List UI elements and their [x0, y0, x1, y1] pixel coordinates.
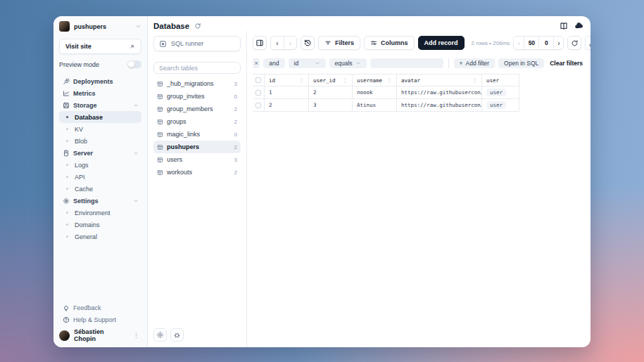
table-item-users[interactable]: users 3	[153, 153, 241, 166]
table-item-groups[interactable]: groups 2	[153, 115, 241, 128]
user-name: Sébastien Chopin	[74, 328, 127, 342]
remove-filter-button[interactable]: ×	[253, 58, 260, 68]
cell-user[interactable]: user	[482, 99, 519, 112]
filter-icon	[324, 39, 332, 46]
sidebar-item-logs[interactable]: Logs	[59, 159, 141, 171]
user-badge: user	[486, 101, 506, 109]
query-history-button[interactable]	[301, 36, 315, 50]
preview-mode-toggle[interactable]	[127, 60, 141, 68]
sql-runner-button[interactable]: SQL runner	[153, 36, 241, 51]
table-icon	[157, 119, 163, 125]
column-label: id	[269, 77, 275, 84]
cell-user-id[interactable]: 3	[309, 99, 353, 112]
filter-operator-value: equals	[335, 60, 353, 67]
sort-icon[interactable]	[387, 77, 392, 84]
visit-site-button[interactable]: Visit site	[59, 39, 141, 54]
table-item-group-invites[interactable]: group_invites 0	[153, 90, 241, 103]
table-item-group-members[interactable]: group_members 2	[153, 103, 241, 115]
cell-username[interactable]: noook	[353, 86, 397, 99]
sidebar-item-kv[interactable]: KV	[59, 123, 141, 135]
sidebar-item-help-support[interactable]: Help & Support	[59, 313, 141, 325]
cell-avatar[interactable]: https://raw.githubusercon…	[397, 99, 482, 112]
team-switcher[interactable]: pushupers	[59, 20, 141, 32]
add-record-button[interactable]: Add record	[418, 36, 465, 50]
cell-id[interactable]: 1	[265, 86, 309, 99]
sidebar-item-settings[interactable]: Settings	[59, 195, 141, 207]
sidebar-item-metrics[interactable]: Metrics	[59, 87, 141, 99]
page-offset-value[interactable]: 0	[538, 37, 553, 49]
download-icon	[588, 39, 591, 47]
tables-list: _hub_migrations 3 group_invites 0 group_…	[153, 77, 241, 179]
export-button[interactable]	[585, 36, 591, 50]
sidebar-item-domains[interactable]: Domains	[59, 219, 141, 231]
add-filter-button[interactable]: + Add filter	[454, 58, 495, 68]
sql-runner-label: SQL runner	[171, 40, 203, 47]
row-checkbox[interactable]	[255, 90, 261, 96]
table-item-workouts[interactable]: workouts 2	[153, 166, 241, 179]
sidebar-item-database[interactable]: Database	[59, 111, 141, 123]
content-body: SQL runner _hub_migrations 3 group_invit…	[148, 31, 591, 347]
filter-column-select[interactable]: id	[289, 58, 326, 68]
sort-icon[interactable]	[343, 77, 348, 84]
open-in-sql-button[interactable]: Open in SQL	[498, 58, 544, 68]
refresh-rows-button[interactable]	[567, 36, 581, 50]
filter-value-input[interactable]	[370, 58, 443, 68]
table-item-hub-migrations[interactable]: _hub_migrations 3	[153, 77, 241, 90]
columns-button[interactable]: Columns	[364, 36, 415, 50]
cell-id[interactable]: 2	[265, 99, 309, 112]
sidebar-item-deployments[interactable]: Deployments	[59, 75, 141, 87]
column-header-id[interactable]: id	[265, 75, 309, 86]
bullet-icon	[63, 128, 71, 130]
clear-filters-button[interactable]: Clear filters	[548, 60, 585, 67]
bullet-icon	[63, 224, 71, 226]
column-header-avatar[interactable]: avatar	[397, 75, 482, 86]
filters-button[interactable]: Filters	[318, 36, 360, 50]
sort-icon[interactable]	[299, 77, 304, 84]
user-menu[interactable]: Sébastien Chopin ⋮	[59, 329, 141, 342]
cell-username[interactable]: Atinux	[353, 99, 397, 112]
conjunction-chip[interactable]: and	[263, 58, 284, 68]
cell-user[interactable]: user	[482, 86, 519, 99]
sidebar-item-feedback[interactable]: Feedback	[59, 302, 141, 313]
table-icon	[157, 169, 163, 176]
sort-icon[interactable]	[472, 77, 477, 84]
visit-site-label: Visit site	[65, 43, 91, 50]
page-size-value[interactable]: 50	[524, 37, 538, 49]
table-item-magic-links[interactable]: magic_links 0	[153, 128, 241, 141]
bullet-icon	[63, 140, 71, 142]
settings-gear-button[interactable]	[153, 328, 167, 342]
table-icon	[157, 144, 163, 150]
sidebar-item-general[interactable]: General	[59, 231, 141, 243]
docs-book-icon[interactable]	[560, 22, 568, 30]
refresh-icon[interactable]	[194, 22, 201, 30]
sidebar-item-blob[interactable]: Blob	[59, 135, 141, 147]
sidebar-item-api[interactable]: API	[59, 171, 141, 183]
cell-user-id[interactable]: 2	[309, 86, 353, 99]
prev-page-button[interactable]: ‹	[514, 37, 524, 49]
sidebar-item-environment[interactable]: Environment	[59, 207, 141, 219]
debug-bug-button[interactable]	[170, 328, 184, 342]
next-page-button[interactable]: ›	[553, 37, 563, 49]
column-header-username[interactable]: username	[353, 75, 397, 86]
chevron-down-icon	[133, 198, 139, 204]
row-checkbox[interactable]	[255, 103, 261, 108]
toggle-panel-button[interactable]	[253, 36, 267, 50]
search-tables-input[interactable]	[159, 65, 235, 72]
column-header-user-id[interactable]: user_id	[309, 75, 353, 86]
table-icon	[157, 81, 163, 87]
cloud-icon[interactable]	[574, 21, 583, 30]
select-all-checkbox[interactable]	[255, 77, 261, 83]
forward-button[interactable]: ›	[284, 37, 296, 49]
back-button[interactable]: ‹	[271, 37, 284, 49]
table-name: workouts	[167, 169, 192, 176]
storage-icon	[62, 102, 70, 109]
row-count: 3	[234, 157, 237, 163]
more-vertical-icon[interactable]: ⋮	[131, 332, 141, 339]
cell-avatar[interactable]: https://raw.githubusercon…	[397, 86, 482, 99]
column-header-user[interactable]: user	[482, 75, 519, 86]
sidebar-item-cache[interactable]: Cache	[59, 183, 141, 195]
filter-operator-select[interactable]: equals	[329, 58, 367, 68]
sidebar-item-server[interactable]: Server	[59, 147, 141, 159]
table-item-pushupers[interactable]: pushupers 2	[153, 141, 241, 153]
sidebar-item-storage[interactable]: Storage	[59, 99, 141, 111]
